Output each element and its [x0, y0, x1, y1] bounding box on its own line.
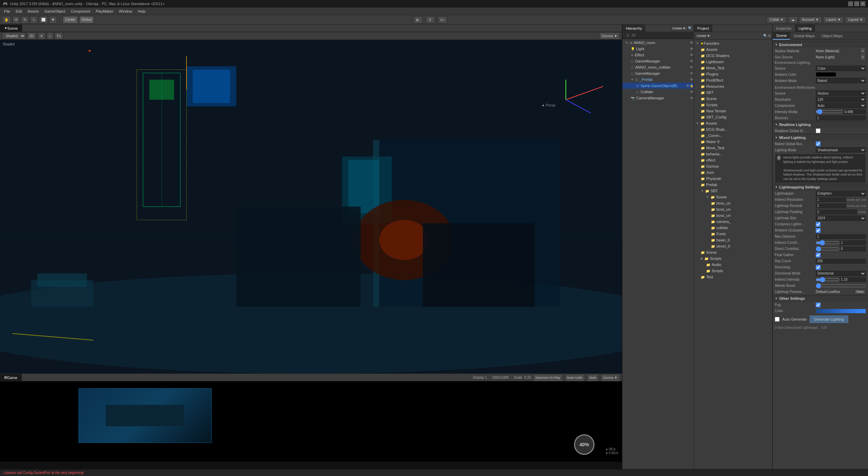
indirect-contrib-slider[interactable] [816, 241, 840, 245]
object-maps-sub-tab[interactable]: Object Maps [818, 32, 846, 40]
denoising-checkbox[interactable] [816, 265, 821, 270]
menu-window[interactable]: Window [116, 9, 135, 14]
assets-dcg[interactable]: 📁 DCG Shad... [694, 126, 772, 132]
environment-section[interactable]: ▼ Environment [773, 41, 868, 48]
resolution-select[interactable]: 128 256 64 [816, 97, 866, 102]
assets-prefab[interactable]: 📁 Prefab [694, 182, 772, 188]
assets-gizmos[interactable]: 📁 Gizmos [694, 163, 772, 169]
assets-physicah[interactable]: 📁 Physicah [694, 176, 772, 182]
lightmap-size-select[interactable]: 1024 512 2048 [816, 215, 866, 221]
assets-water[interactable]: 📁 Water S [694, 139, 772, 145]
fav-scripts[interactable]: 📁 Scripts [694, 102, 772, 108]
assets-scene-main[interactable]: 📁 Scene [694, 249, 772, 255]
tree-item-collider2[interactable]: ⬡ Collider 👁 [622, 89, 694, 95]
sbt-haian[interactable]: 📁 haian_0 [694, 237, 772, 243]
layers-button[interactable]: Layers ▼ [823, 16, 844, 23]
menu-component[interactable]: Component [68, 9, 93, 14]
sbt-bossun1[interactable]: 📁 boss_un [694, 206, 772, 212]
menu-help[interactable]: Help [135, 9, 148, 14]
intensity-input[interactable] [843, 109, 866, 114]
rotate-tool[interactable]: ↻ [21, 16, 29, 24]
refl-source-select[interactable]: Skybox Custom [816, 90, 866, 96]
albedo-boost-slider[interactable] [816, 284, 866, 288]
layout-button[interactable]: Layout ▼ [845, 16, 866, 23]
game-tab[interactable]: ⊞ Game [0, 374, 22, 381]
menu-file[interactable]: File [1, 9, 13, 14]
fav-sbtconfig[interactable]: 📁 SBT_Config [694, 114, 772, 120]
sbt-street[interactable]: 📁 street_0 [694, 243, 772, 249]
auto-generate-checkbox[interactable] [775, 317, 780, 322]
hierarchy-tab[interactable]: Hierarchy [622, 25, 645, 32]
hierarchy-create-btn[interactable]: Create ▼ [671, 26, 687, 30]
coords-btn[interactable]: Global [79, 16, 94, 24]
pivot-btn[interactable]: Center [63, 16, 78, 24]
assets-comm[interactable]: 📁 _Comm... [694, 132, 772, 139]
scene-tab[interactable]: ✦ Scene [0, 25, 22, 32]
sbt-fonts[interactable]: 📁 Fonts [694, 231, 772, 237]
tree-item-effect[interactable]: ✦ Effect 👁 [622, 52, 694, 58]
compression-select[interactable]: Auto Compressed Uncompressed [816, 103, 866, 108]
lighting-tab[interactable]: Lighting [795, 25, 815, 32]
game-gizmos-btn[interactable]: Gizmos ▼ [601, 374, 620, 381]
fx-toggle[interactable]: Fx [55, 32, 63, 40]
fav-lightbeam[interactable]: 📁 Lightbeam [694, 59, 772, 65]
assets-header[interactable]: ▼ 📁 Assets [694, 120, 772, 126]
close-button[interactable]: ✕ [860, 1, 865, 6]
lightmap-padding-input[interactable] [816, 210, 857, 214]
fog-color-swatch[interactable] [816, 309, 866, 313]
multi-tool[interactable]: ❖ [49, 16, 57, 24]
menu-gameobject[interactable]: GameObject [42, 9, 68, 14]
project-create-btn[interactable]: Create ▼ [695, 34, 712, 38]
baked-gi-checkbox[interactable] [816, 141, 821, 146]
lightmapping-section[interactable]: ▼ Lightmapping Settings [773, 184, 868, 191]
view-btn[interactable]: View [854, 289, 866, 294]
step-button[interactable]: ⏭ [438, 16, 447, 24]
fav-posteffect[interactable]: 📁 PostEffect [694, 77, 772, 83]
mute-audio-btn[interactable]: Mute Audio [565, 374, 585, 381]
shading-mode-select[interactable]: Shaded [2, 32, 26, 39]
assets-behavia[interactable]: 📁 behavia... [694, 151, 772, 157]
menu-edit[interactable]: Edit [13, 9, 25, 14]
maximize-button[interactable]: □ [854, 1, 859, 6]
tree-item-prefab[interactable]: ▼ ⬡ _Prefab 👁 [622, 76, 694, 83]
hand-tool[interactable]: ✋ [2, 16, 11, 24]
project-tab[interactable]: Project [694, 25, 712, 32]
inspector-tab[interactable]: Inspector [773, 25, 795, 32]
fav-movetest[interactable]: 📁 Move_Test [694, 65, 772, 71]
global-maps-sub-tab[interactable]: Global Maps [790, 32, 818, 40]
tree-item-gamemanager1[interactable]: ⬡ GameManager 👁 [622, 58, 694, 64]
sbt-camera[interactable]: 📁 camera_ [694, 219, 772, 225]
fog-checkbox[interactable] [816, 303, 821, 307]
ao-checkbox[interactable] [816, 228, 821, 233]
assets-scripts2[interactable]: 📁 Scripts [694, 268, 772, 274]
indirect-intensity-slider[interactable] [816, 278, 840, 282]
indirect-res-input[interactable] [816, 197, 846, 202]
tree-item-anno-room[interactable]: ▼ ⊞ ANNO_room 👁 [622, 40, 694, 46]
favorites-header[interactable]: ▼ ★ Favorites [694, 40, 772, 46]
intensity-slider[interactable] [816, 110, 843, 114]
fav-plugins[interactable]: 📁 Plugins [694, 71, 772, 77]
indirect-contrib-input[interactable] [840, 240, 866, 245]
pause-button[interactable]: ⏸ [425, 16, 435, 24]
scene-view[interactable]: ◄ Persp Shaded [0, 40, 622, 374]
audio-toggle[interactable]: ♪ [47, 32, 53, 40]
lightmapper-select[interactable]: Enlighten Progressive [816, 191, 866, 196]
sun-picker-btn[interactable]: ⊙ [860, 53, 866, 61]
collab-button[interactable]: Collab ▼ [767, 16, 787, 23]
indirect-intensity-input[interactable] [840, 277, 866, 282]
scene-sub-tab[interactable]: Scene [773, 32, 790, 40]
move-tool[interactable]: ✛ [12, 16, 20, 24]
minimize-button[interactable]: — [848, 1, 853, 6]
fav-dcg[interactable]: 📁 DCG Shaders [694, 53, 772, 59]
menu-playmaker[interactable]: PlayMaker [93, 9, 116, 14]
gizmos-btn[interactable]: Gizmos ▼ [599, 32, 620, 40]
scale-tool[interactable]: ⤡ [30, 16, 38, 24]
fav-scene[interactable]: 📁 Scene [694, 96, 772, 102]
ambient-mode-select[interactable]: Baked Realtime [816, 78, 866, 83]
assets-movetest[interactable]: 📁 Move_Test [694, 145, 772, 151]
fav-assets[interactable]: 📁 Assets [694, 46, 772, 53]
source-select[interactable]: Color Gradient Skybox [816, 66, 866, 71]
play-button[interactable]: ▶ [413, 16, 423, 24]
generate-lighting-btn[interactable]: Generate Lighting [810, 316, 848, 323]
fav-sbt[interactable]: 📁 SBT [694, 89, 772, 96]
